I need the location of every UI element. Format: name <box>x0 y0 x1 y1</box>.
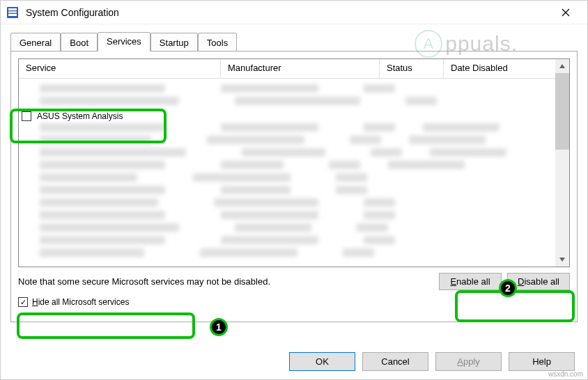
service-name: ASUS System Analysis <box>37 111 123 121</box>
svg-rect-1 <box>8 8 17 10</box>
hide-ms-checkbox-row: Hide all Microsoft services <box>18 297 570 307</box>
hide-ms-label[interactable]: Hide all Microsoft services <box>32 297 129 307</box>
window-title: System Configuration <box>26 7 550 18</box>
scroll-up-button[interactable] <box>555 59 569 73</box>
system-configuration-window: System Configuration General Boot Servic… <box>0 0 588 380</box>
annotation-badge-1: 1 <box>210 318 228 336</box>
table-header: Service Manufacturer Status Date Disable… <box>19 59 569 79</box>
scroll-track[interactable] <box>555 150 569 253</box>
tab-general[interactable]: General <box>10 33 61 52</box>
content-area: General Boot Services Startup Tools Serv… <box>1 24 587 322</box>
disabled-services-note: Note that some secure Microsoft services… <box>18 276 433 287</box>
hide-ms-checkbox[interactable] <box>18 297 28 307</box>
column-service[interactable]: Service <box>19 59 221 78</box>
close-button[interactable] <box>550 2 582 23</box>
msconfig-icon <box>6 6 19 19</box>
services-panel: Service Manufacturer Status Date Disable… <box>10 51 578 322</box>
scroll-thumb[interactable] <box>555 73 569 150</box>
help-button[interactable]: Help <box>509 352 575 371</box>
tab-tools[interactable]: Tools <box>198 33 237 52</box>
scroll-down-button[interactable] <box>555 253 569 267</box>
column-status[interactable]: Status <box>380 59 444 78</box>
annotation-badge-2: 2 <box>499 279 517 297</box>
apply-button[interactable]: Apply <box>435 352 502 371</box>
tab-startup[interactable]: Startup <box>150 33 198 52</box>
enable-all-button[interactable]: Enable all <box>439 273 502 290</box>
vertical-scrollbar[interactable] <box>555 59 569 267</box>
cancel-button[interactable]: Cancel <box>362 352 428 371</box>
service-checkbox[interactable] <box>22 111 31 121</box>
source-watermark: wsxdn.com <box>548 370 583 378</box>
column-manufacturer[interactable]: Manufacturer <box>221 59 380 78</box>
table-body: ASUS System Analysis <box>19 79 569 257</box>
tab-services[interactable]: Services <box>98 32 150 52</box>
services-table: Service Manufacturer Status Date Disable… <box>18 58 570 267</box>
column-date-disabled[interactable]: Date Disabled <box>444 59 569 78</box>
titlebar: System Configuration <box>1 1 587 24</box>
dialog-buttons: OK Cancel Apply Help <box>289 352 575 371</box>
service-row-asus[interactable]: ASUS System Analysis <box>19 109 569 123</box>
tab-strip: General Boot Services Startup Tools <box>10 32 578 52</box>
svg-rect-2 <box>8 11 17 13</box>
tab-boot[interactable]: Boot <box>61 33 98 52</box>
svg-rect-3 <box>8 14 17 16</box>
note-row: Note that some secure Microsoft services… <box>18 273 570 290</box>
ok-button[interactable]: OK <box>289 352 355 371</box>
